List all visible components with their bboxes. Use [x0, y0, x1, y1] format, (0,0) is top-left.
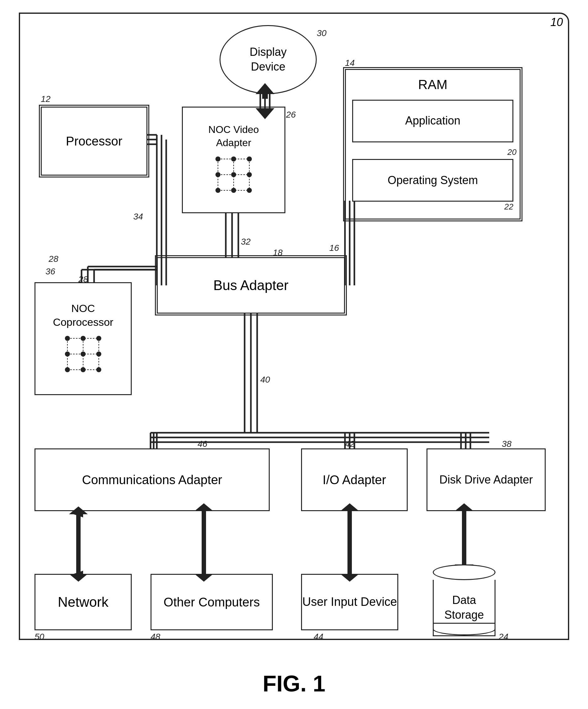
ref-44: 44: [314, 632, 323, 642]
ram: RAM Application 20 Operating System 22: [345, 69, 520, 219]
ref-14: 14: [345, 58, 355, 68]
svg-point-10: [231, 172, 236, 177]
svg-point-9: [215, 172, 221, 177]
noc-grid-coprocessor: [61, 332, 105, 376]
ref-26: 26: [286, 110, 296, 120]
svg-point-11: [247, 172, 252, 177]
fig-label: FIG. 1: [0, 671, 588, 697]
processor: Processor: [41, 107, 147, 176]
svg-point-21: [65, 336, 70, 341]
bus-adapter: Bus Adapter: [157, 257, 345, 314]
ref-12: 12: [41, 94, 50, 104]
ref-46: 46: [198, 439, 207, 449]
noc-grid-video: [212, 153, 256, 196]
ref-22: 22: [504, 202, 513, 212]
ram-label: RAM: [352, 76, 513, 94]
ref-18: 18: [273, 248, 283, 258]
svg-point-25: [81, 351, 85, 357]
ref-42: 42: [345, 439, 355, 449]
other-computers: Other Computers: [151, 574, 273, 630]
svg-point-29: [96, 367, 101, 372]
noc-coprocessor: NOCCoprocessor: [34, 282, 132, 395]
ref-24: 24: [498, 632, 508, 642]
disk-drive-adapter: Disk Drive Adapter: [427, 448, 546, 511]
noc-video-adapter: NOC VideoAdapter: [182, 107, 285, 213]
ref-10: 10: [551, 16, 563, 29]
display-device: Display Device: [220, 25, 317, 94]
svg-point-12: [215, 188, 221, 193]
svg-point-28: [81, 367, 85, 372]
svg-point-13: [231, 188, 236, 193]
noc-video-adapter-label: NOC VideoAdapter: [208, 123, 259, 149]
application: Application: [352, 100, 513, 142]
ref-38: 38: [502, 439, 511, 449]
svg-point-23: [96, 336, 101, 341]
ref-20: 20: [507, 147, 516, 158]
cylinder-body: Data Storage: [433, 580, 495, 636]
svg-point-24: [65, 351, 70, 357]
operating-system: Operating System: [352, 159, 513, 202]
svg-point-26: [96, 351, 101, 357]
svg-point-27: [65, 367, 70, 372]
cylinder-top: [433, 564, 495, 580]
user-input-device: User Input Device: [301, 574, 398, 630]
svg-point-7: [231, 156, 236, 161]
ref-30: 30: [317, 28, 327, 38]
page: 10 Display Device 30 NOC VideoAdapter: [0, 0, 588, 709]
ref-50: 50: [34, 632, 44, 642]
io-adapter: I/O Adapter: [301, 448, 408, 511]
network: Network: [34, 574, 132, 630]
ref-28: 28: [78, 274, 88, 284]
ref-48: 48: [151, 632, 160, 642]
noc-coprocessor-label: NOCCoprocessor: [53, 301, 113, 329]
svg-point-22: [81, 336, 85, 341]
svg-point-14: [247, 188, 252, 193]
cylinder-bottom-arc: [433, 623, 495, 635]
data-storage: Data Storage: [433, 564, 495, 636]
svg-point-8: [247, 156, 252, 161]
communications-adapter: Communications Adapter: [34, 448, 270, 511]
svg-point-6: [215, 156, 221, 161]
